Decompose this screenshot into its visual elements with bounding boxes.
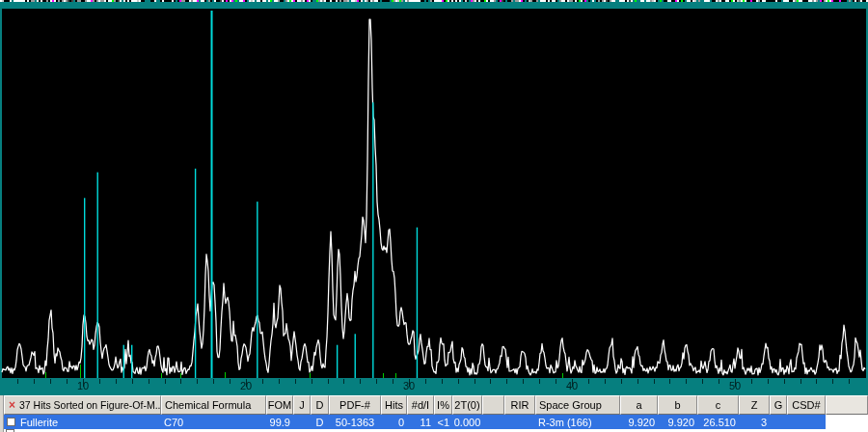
- phase-name: Fullerite: [20, 417, 58, 428]
- header-cell-i_pct[interactable]: I%: [434, 395, 452, 415]
- row-cell-i_pct: <1: [434, 415, 452, 429]
- row-cell-b: 9.920: [658, 415, 697, 429]
- header-cell-b[interactable]: b: [658, 395, 697, 415]
- row-cell-fom: 99.9: [266, 415, 293, 429]
- header-cell-filler: [826, 395, 868, 415]
- header-cell-blank[interactable]: [482, 395, 504, 415]
- header-cell-d_i[interactable]: #d/I: [407, 395, 434, 415]
- header-cell-rir[interactable]: RIR: [504, 395, 535, 415]
- xrd-search-match-window: 1020304050 ×37 Hits Sorted on Figure-Of-…: [0, 0, 868, 432]
- header-cell-pdf[interactable]: PDF-#: [329, 395, 381, 415]
- row-cell-d_i: 11: [407, 415, 434, 429]
- header-cell-formula[interactable]: Chemical Formula: [161, 395, 266, 415]
- diffraction-plot-canvas[interactable]: [0, 0, 868, 395]
- row-cell-d: D: [311, 415, 329, 429]
- row-cell-space_group: R-3m (166): [535, 415, 620, 429]
- row-cell-hits: 0: [381, 415, 407, 429]
- row-cell-two_t0: 0.000: [452, 415, 482, 429]
- row-cell-csd: [787, 415, 826, 429]
- row-cell-blank: [482, 415, 504, 429]
- row-cell-pdf: 50-1363: [329, 415, 381, 429]
- header-cell-two_t0[interactable]: 2T(0): [452, 395, 482, 415]
- row-cell-filler: [826, 415, 868, 429]
- row-cell-j: [293, 415, 311, 429]
- close-hits-icon[interactable]: ×: [9, 400, 15, 410]
- header-cell-hits_list[interactable]: ×37 Hits Sorted on Figure-Of-M...: [4, 395, 161, 415]
- hits-table-header: ×37 Hits Sorted on Figure-Of-M...Chemica…: [4, 395, 868, 415]
- header-cell-fom[interactable]: FOM: [266, 395, 293, 415]
- header-cell-j[interactable]: J: [293, 395, 311, 415]
- header-cell-a[interactable]: a: [620, 395, 658, 415]
- header-cell-csd[interactable]: CSD#: [787, 395, 826, 415]
- header-cell-d[interactable]: D: [311, 395, 329, 415]
- header-cell-c[interactable]: c: [697, 395, 739, 415]
- header-cell-space_group[interactable]: Space Group: [535, 395, 620, 415]
- header-label-hits-list: 37 Hits Sorted on Figure-Of-M...: [19, 399, 161, 411]
- header-cell-z[interactable]: Z: [739, 395, 770, 415]
- phase-checkbox[interactable]: [7, 418, 15, 426]
- row-cell-hits_list: Fullerite: [4, 415, 161, 429]
- hits-table-selected-row[interactable]: FulleriteC7099.9D50-1363011<10.000R-3m (…: [4, 415, 868, 429]
- row-cell-g: [770, 415, 787, 429]
- row-cell-c: 26.510: [697, 415, 739, 429]
- header-cell-hits[interactable]: Hits: [381, 395, 407, 415]
- row-cell-rir: [504, 415, 535, 429]
- row-cell-formula: C70: [161, 415, 266, 429]
- hits-table-area: ×37 Hits Sorted on Figure-Of-M...Chemica…: [0, 395, 868, 432]
- row-cell-z: 3: [739, 415, 770, 429]
- hits-table: ×37 Hits Sorted on Figure-Of-M...Chemica…: [4, 395, 868, 432]
- row-cell-a: 9.920: [620, 415, 658, 429]
- header-cell-g[interactable]: G: [770, 395, 787, 415]
